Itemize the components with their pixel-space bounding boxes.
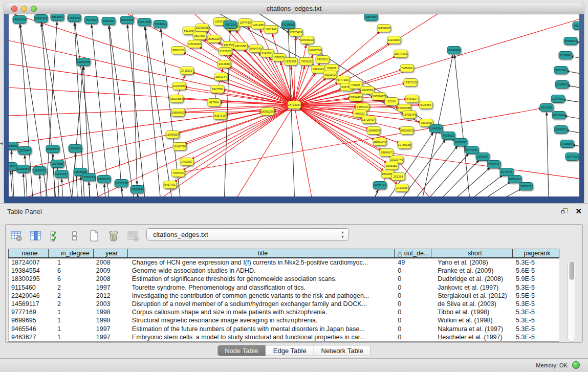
graph-node[interactable]: 14136141: [373, 182, 386, 189]
graph-node[interactable]: 11046798: [173, 143, 186, 150]
graph-node[interactable]: 9621072: [323, 71, 337, 79]
graph-node[interactable]: 12213967: [387, 36, 401, 44]
graph-node[interactable]: 9884067: [380, 149, 393, 157]
graph-node[interactable]: 11996829: [166, 131, 179, 139]
graph-node[interactable]: 16648794: [447, 47, 461, 54]
citation-network-graph[interactable]: 1872400798601238912954182260589827509818…: [9, 14, 579, 196]
graph-node[interactable]: 7485063: [400, 64, 413, 72]
column-header-year[interactable]: year: [94, 249, 128, 257]
graph-node[interactable]: 15720407: [362, 116, 375, 124]
graph-node[interactable]: 2087682: [364, 14, 378, 21]
tab-node-table[interactable]: Node Table: [217, 345, 266, 356]
window-titlebar[interactable]: citations_edges.txt: [4, 3, 584, 14]
citation-edge-black[interactable]: [432, 167, 490, 196]
tab-edge-table[interactable]: Edge Table: [266, 345, 314, 356]
graph-node[interactable]: 9242848: [217, 60, 231, 68]
graph-node[interactable]: 9146821: [260, 50, 274, 57]
graph-node[interactable]: 1527602: [84, 16, 98, 24]
select-all-icon[interactable]: [49, 229, 62, 243]
citation-edge-red[interactable]: [248, 27, 294, 105]
citation-edge-black[interactable]: [547, 112, 549, 196]
graph-node[interactable]: 14961758: [308, 47, 321, 54]
citation-edge-black[interactable]: [183, 14, 478, 155]
tab-network-table[interactable]: Network Table: [314, 345, 371, 356]
graph-node[interactable]: 1915254: [573, 22, 579, 30]
graph-node[interactable]: 9245652: [519, 183, 533, 190]
graph-node[interactable]: 11156869: [16, 165, 30, 173]
graph-node[interactable]: 1640954: [429, 125, 443, 133]
graph-node[interactable]: 16640910: [300, 36, 314, 44]
citation-edge-black[interactable]: [132, 14, 137, 185]
graph-node[interactable]: 3915913: [9, 163, 17, 170]
graph-node[interactable]: 18259447: [18, 147, 31, 155]
graph-node[interactable]: 2935114: [476, 153, 489, 161]
table-row[interactable]: 946362711997Embryonic stem cells: a mode…: [9, 333, 559, 341]
graph-node[interactable]: 18300295: [261, 108, 274, 116]
citation-edge-black[interactable]: [465, 188, 522, 196]
graph-node[interactable]: 1832203: [284, 58, 297, 65]
graph-node[interactable]: 10654112: [508, 176, 521, 183]
graph-node[interactable]: 7625402: [171, 169, 185, 177]
import-table-icon[interactable]: [126, 229, 140, 243]
graph-node[interactable]: 20260650: [9, 142, 18, 150]
table-row[interactable]: 911546021997Tourette syndrome. Phenomeno…: [9, 283, 559, 292]
table-scrollbar[interactable]: [568, 259, 575, 342]
column-header-in_degree[interactable]: in_degree: [49, 249, 94, 257]
graph-node[interactable]: 3175685: [219, 48, 232, 55]
citation-edge-black[interactable]: [104, 184, 107, 196]
graph-node[interactable]: 417004: [207, 99, 221, 106]
graph-node[interactable]: 10688809: [367, 127, 380, 135]
graph-node[interactable]: 15751074: [564, 37, 577, 45]
scrollbar-thumb[interactable]: [569, 261, 574, 280]
citation-edge-black[interactable]: [122, 188, 124, 196]
graph-node[interactable]: 746266: [349, 81, 362, 89]
splitpane-collapse-icon[interactable]: ◂: [0, 140, 3, 146]
graph-node[interactable]: 1961343: [264, 26, 277, 33]
table-row[interactable]: 2242004622012Investigating the contribut…: [9, 292, 559, 300]
graph-node[interactable]: 10719155: [120, 16, 134, 24]
graph-node[interactable]: 10756928: [398, 141, 411, 149]
citation-edge-black[interactable]: [62, 179, 64, 196]
close-panel-icon[interactable]: ✕: [575, 207, 582, 216]
table-body[interactable]: 1872400712008Changes of HCN gene express…: [8, 258, 559, 342]
graph-node[interactable]: 17957272: [82, 173, 95, 181]
graph-node[interactable]: 19654903: [171, 109, 185, 117]
graph-node[interactable]: 18807249: [373, 138, 386, 146]
graph-node[interactable]: 1403907: [180, 158, 193, 166]
graph-node[interactable]: 9227343: [554, 67, 568, 74]
column-edit-icon[interactable]: [29, 229, 42, 243]
graph-node[interactable]: 17016504: [560, 140, 574, 148]
graph-node[interactable]: 10958167: [97, 176, 111, 183]
memory-ok-icon[interactable]: [572, 361, 580, 369]
graph-node[interactable]: 1615152: [385, 162, 398, 170]
delete-column-icon[interactable]: [107, 229, 120, 243]
column-header-name[interactable]: name: [9, 249, 49, 257]
graph-node[interactable]: 9463627: [405, 95, 419, 103]
table-row[interactable]: 969969511998Structural magnetic resonanc…: [9, 316, 559, 324]
graph-node[interactable]: 8267130: [213, 112, 227, 120]
table-row[interactable]: 1872400712008Changes of HCN gene express…: [9, 258, 559, 267]
column-header-title[interactable]: title: [128, 249, 395, 257]
citation-edge-black[interactable]: [138, 194, 140, 196]
graph-node[interactable]: 16782759: [115, 180, 128, 187]
citation-edge-red[interactable]: [294, 14, 579, 105]
column-header-out_de[interactable]: △ out_de...: [395, 249, 432, 257]
graph-node[interactable]: 15992971: [554, 126, 568, 134]
table-settings-icon[interactable]: [10, 229, 23, 243]
graph-node[interactable]: 8186328: [207, 35, 221, 43]
citation-edge-red[interactable]: [224, 105, 294, 196]
table-row[interactable]: 946554611997Estimation of the future num…: [9, 325, 559, 333]
graph-node[interactable]: 15495794: [403, 111, 416, 119]
graph-node[interactable]: 12125419: [289, 29, 302, 36]
citation-edge-red[interactable]: [294, 37, 296, 105]
table-row[interactable]: 1830029562008Estimation of significance …: [9, 275, 559, 283]
graph-node[interactable]: 7955812: [316, 56, 329, 63]
graph-node[interactable]: 11451947: [55, 170, 68, 178]
citation-edge-black[interactable]: [40, 175, 42, 196]
graph-node[interactable]: 2803144: [214, 73, 228, 81]
graph-node[interactable]: 8427552: [211, 85, 224, 93]
graph-node[interactable]: 8471676: [500, 168, 513, 176]
graph-node[interactable]: 1244419: [551, 95, 564, 103]
graph-node[interactable]: 1461288: [251, 21, 265, 29]
graph-node[interactable]: 8813054: [51, 14, 64, 21]
